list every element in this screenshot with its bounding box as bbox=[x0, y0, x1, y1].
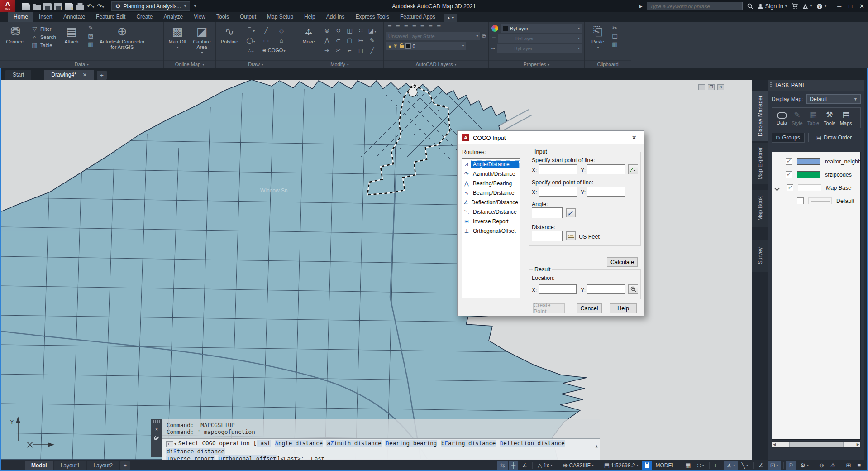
search-input[interactable] bbox=[647, 2, 743, 10]
pick-angle-button[interactable] bbox=[566, 208, 576, 217]
mirror-button[interactable]: ⋀ bbox=[324, 37, 329, 44]
dialog-close-icon[interactable]: ✕ bbox=[629, 134, 639, 141]
pick-start-point-button[interactable] bbox=[628, 164, 638, 174]
ribbon-tab-home[interactable]: Home bbox=[8, 12, 33, 22]
routine-bearing-distance[interactable]: ∿Bearing/Distance bbox=[462, 188, 520, 197]
side-tab-survey[interactable]: Survey bbox=[752, 240, 768, 272]
task-pane-hscrollbar[interactable]: ◀ ▶ bbox=[772, 441, 861, 448]
viewport-close-icon[interactable]: ✕ bbox=[717, 84, 724, 90]
ribbon-tab-tools[interactable]: Tools bbox=[211, 12, 234, 22]
ribbon-tab-view[interactable]: View bbox=[188, 12, 211, 22]
tools-tool-button[interactable]: ⚒Tools bbox=[824, 111, 835, 126]
redo-button[interactable]: ↷▾ bbox=[97, 3, 104, 10]
query-edit-icon[interactable]: ✎ bbox=[87, 24, 95, 31]
ribbon-tab-featured-apps[interactable]: Featured Apps bbox=[395, 12, 441, 22]
window-maximize-icon[interactable]: □ bbox=[849, 3, 852, 10]
table-button[interactable]: ▦Table bbox=[31, 42, 56, 48]
command-customize-icon[interactable] bbox=[154, 436, 159, 441]
ui-lock-icon[interactable] bbox=[642, 461, 652, 470]
layer-checkbox[interactable] bbox=[797, 197, 804, 204]
routine-bearing-bearing[interactable]: ⋀Bearing/Bearing bbox=[462, 178, 520, 188]
chamfer-button[interactable]: ╱ bbox=[371, 47, 374, 54]
side-tab-map-explorer[interactable]: Map Explorer bbox=[752, 143, 768, 184]
paste-special-icon[interactable]: ▥ bbox=[611, 41, 619, 48]
result-x-field[interactable] bbox=[539, 284, 577, 294]
connect-button[interactable]: ⛃ Connect bbox=[3, 24, 28, 44]
routine-distance-distance[interactable]: ⋱Distance/Distance bbox=[462, 207, 520, 216]
move-button[interactable]: Move bbox=[299, 24, 319, 44]
filter-button[interactable]: ▽Filter bbox=[31, 25, 56, 32]
point-style-button[interactable]: ◇ bbox=[279, 27, 284, 34]
dialog-title-bar[interactable]: A COGO Input ✕ bbox=[458, 131, 644, 144]
copy-clip-icon[interactable]: ◫ bbox=[611, 33, 619, 39]
window-minimize-icon[interactable]: ─ bbox=[837, 3, 841, 10]
cut-icon[interactable]: ✂ bbox=[611, 24, 619, 31]
end-y-field[interactable] bbox=[587, 187, 625, 197]
save-as-icon[interactable] bbox=[54, 3, 62, 10]
new-file-icon[interactable] bbox=[22, 3, 30, 10]
groups-tab[interactable]: ⧉Groups bbox=[772, 133, 805, 143]
layer-freeze-icon[interactable]: ≣ bbox=[412, 24, 416, 30]
layer-row-default[interactable]: Default bbox=[772, 194, 860, 207]
new-drawing-icon[interactable]: + bbox=[97, 71, 107, 80]
ribbon-tab-output[interactable]: Output bbox=[234, 12, 262, 22]
ribbon-tab-add-ins[interactable]: Add-ins bbox=[321, 12, 350, 22]
side-tab-display-manager[interactable]: Display Manager bbox=[752, 91, 768, 141]
calculate-button[interactable]: Calculate bbox=[607, 257, 638, 267]
layout2-tab[interactable]: Layout2 bbox=[87, 461, 119, 471]
search-icon[interactable] bbox=[747, 3, 753, 9]
fillet-button[interactable]: ⊂ bbox=[336, 37, 341, 44]
workspace-settings-icon[interactable]: ⚙▾ bbox=[797, 461, 811, 470]
layer-row-realtor[interactable]: realtor_neighb bbox=[772, 155, 860, 168]
osnap-tracking-icon[interactable]: ∠ bbox=[756, 461, 767, 470]
layer-properties-icon[interactable]: ≣ bbox=[387, 24, 391, 30]
model-space-indicator[interactable]: MODEL bbox=[653, 461, 678, 470]
layer-row-map-base[interactable]: Map Base bbox=[772, 181, 860, 194]
result-y-field[interactable] bbox=[587, 284, 625, 294]
object-snap-icon[interactable]: ⊡▾ bbox=[768, 461, 781, 470]
command-close-icon[interactable]: ✕ bbox=[155, 426, 158, 432]
command-grip[interactable] bbox=[153, 420, 160, 423]
layer-lock-icon[interactable]: ≣ bbox=[436, 24, 440, 30]
polyline-button[interactable]: ∿ Polyline bbox=[219, 24, 240, 44]
circle-button[interactable]: ◯▾ bbox=[246, 37, 255, 44]
window-close-icon[interactable]: ✕ bbox=[859, 3, 864, 10]
data-panel-label[interactable]: Data▾ bbox=[0, 60, 163, 68]
isodraft-icon[interactable]: ╲▾ bbox=[739, 461, 751, 470]
layer-on-icon[interactable]: ≣ bbox=[420, 24, 424, 30]
autodesk-account-icon[interactable]: ▾ bbox=[802, 4, 812, 9]
viewport-minimize-icon[interactable]: – bbox=[698, 84, 705, 90]
annotation-scale-button[interactable]: △1x▾ bbox=[535, 461, 555, 470]
draw-order-tab[interactable]: ▤Draw Order bbox=[812, 133, 856, 142]
online-map-panel-label[interactable]: Online Map▾ bbox=[164, 60, 215, 68]
cancel-button[interactable]: Cancel bbox=[577, 303, 602, 313]
display-map-dropdown[interactable]: Default▼ bbox=[806, 94, 861, 104]
start-x-field[interactable] bbox=[539, 164, 577, 174]
layout1-tab[interactable]: Layout1 bbox=[54, 461, 86, 471]
scroll-left-icon[interactable]: ◀ bbox=[773, 442, 776, 447]
plot-icon[interactable] bbox=[76, 3, 84, 10]
zoom-to-result-button[interactable] bbox=[628, 284, 638, 294]
layer-thaw-icon[interactable]: ≣ bbox=[428, 24, 432, 30]
model-tab[interactable]: Model bbox=[25, 461, 53, 471]
overlap-button[interactable]: ◪▾ bbox=[368, 27, 376, 34]
erase-button[interactable]: ⊚ bbox=[324, 27, 329, 34]
ribbon-collapse-icon[interactable]: ▲ ▾ bbox=[444, 14, 457, 22]
layer-state-manager-icon[interactable]: ⧉ bbox=[482, 33, 486, 39]
object-color-dropdown[interactable]: ByLayer▾ bbox=[501, 24, 582, 33]
grid-display-icon[interactable]: ▦ bbox=[682, 461, 693, 470]
copy-button[interactable]: ◫ bbox=[347, 27, 352, 34]
polar-tracking-icon[interactable]: ∡▾ bbox=[724, 461, 738, 470]
ribbon-tab-analyze[interactable]: Analyze bbox=[158, 12, 188, 22]
pick-distance-button[interactable] bbox=[566, 231, 576, 240]
attach-button[interactable]: ▤ Attach bbox=[59, 24, 84, 44]
viewport-restore-icon[interactable]: ❐ bbox=[708, 84, 715, 90]
close-drawing-icon[interactable]: ✕ bbox=[83, 72, 87, 78]
ortho-mode-icon[interactable]: ∟ bbox=[712, 461, 723, 470]
stretch-button[interactable]: ⇥ bbox=[324, 47, 329, 54]
help-icon[interactable]: ? ▾ bbox=[816, 3, 826, 10]
graphics-performance-icon[interactable]: ⚠ bbox=[828, 461, 839, 470]
viewport-scale-button[interactable]: ▤1:52698.2▾ bbox=[601, 461, 641, 470]
trim-button[interactable]: ✂ bbox=[336, 47, 341, 54]
map-off-button[interactable]: ▩ Map Off▾ bbox=[167, 24, 188, 49]
